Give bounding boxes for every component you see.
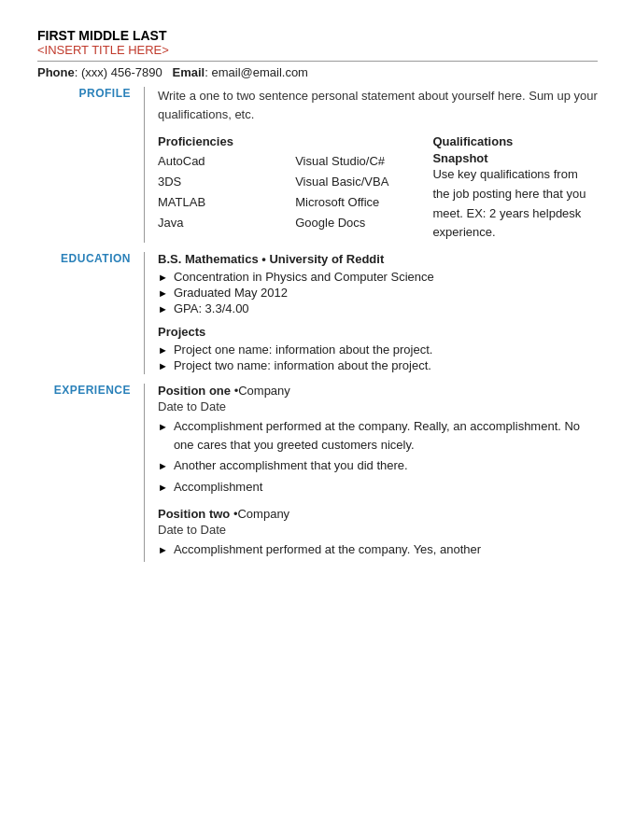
profile-intro-text: Write a one to two sentence personal sta…: [158, 87, 598, 123]
proficiencies-col2: Visual Studio/C# Visual Basic/VBA Micros…: [295, 134, 432, 243]
position-two-title: Position two •Company: [158, 507, 598, 521]
prof-item: MATLAB: [158, 192, 295, 213]
edu-bullet-text: Concentration in Physics and Computer Sc…: [174, 270, 434, 284]
prof-item: Google Docs: [295, 213, 432, 233]
bullet-arrow-icon: ►: [158, 542, 168, 558]
degree-line: B.S. Mathematics • University of Reddit: [158, 252, 598, 266]
position-company: Company: [237, 507, 289, 521]
prof-item: Java: [158, 213, 295, 233]
university-name: University of Reddit: [269, 252, 384, 266]
phone-number: (xxx) 456-7890: [81, 65, 162, 79]
profile-section: PROFILE Write a one to two sentence pers…: [37, 87, 598, 243]
profile-content: Write a one to two sentence personal sta…: [145, 87, 598, 243]
bullet-arrow-icon: ►: [158, 344, 168, 356]
position-one-title: Position one •Company: [158, 384, 598, 398]
project-bullet-2: ► Project two name: information about th…: [158, 358, 598, 372]
qualifications-col: Qualifications Snapshot Use key qualific…: [432, 134, 598, 243]
edu-bullet-2: ► Graduated May 2012: [158, 286, 598, 300]
exp-bullet-text: Accomplishment performed at the company.…: [174, 417, 598, 454]
snapshot-label: Snapshot: [432, 151, 598, 165]
experience-content: Position one •Company Date to Date ► Acc…: [145, 384, 598, 562]
exp-bullet-3: ► Accomplishment: [158, 478, 598, 497]
edu-bullet-text: Graduated May 2012: [174, 286, 288, 300]
bullet-arrow-icon: ►: [158, 419, 168, 435]
exp-bullet-1: ► Accomplishment performed at the compan…: [158, 417, 598, 454]
degree-title: B.S. Mathematics: [158, 252, 259, 266]
email-address: email@email.com: [211, 65, 308, 79]
profile-label: PROFILE: [37, 87, 145, 243]
projects-header: Projects: [158, 325, 598, 339]
position-two: Position two •Company Date to Date ► Acc…: [158, 507, 598, 559]
bullet-arrow-icon: ►: [158, 303, 168, 315]
position-title: Position two: [158, 507, 230, 521]
exp-bullet-text: Accomplishment performed at the company.…: [174, 540, 481, 559]
phone-label: Phone: [37, 65, 75, 79]
bullet-arrow-icon: ►: [158, 272, 168, 283]
resume-header: FIRST MIDDLE LAST <INSERT TITLE HERE> Ph…: [37, 28, 598, 79]
exp-bullet-text: Accomplishment: [174, 478, 262, 497]
bullet-arrow-icon: ►: [158, 360, 168, 371]
job-title: <INSERT TITLE HERE>: [37, 43, 598, 57]
edu-bullet-text: GPA: 3.3/4.00: [174, 301, 249, 315]
project-bullet-1: ► Project one name: information about th…: [158, 343, 598, 357]
prof-item: Visual Basic/VBA: [295, 172, 432, 192]
bullet-arrow-icon: ►: [158, 287, 168, 299]
prof-item: Microsoft Office: [295, 192, 432, 213]
snapshot-text: Use key qualifications from the job post…: [432, 165, 598, 243]
prof-item: AutoCad: [158, 151, 295, 172]
proficiencies-header: Proficiencies: [158, 134, 295, 148]
edu-bullet-3: ► GPA: 3.3/4.00: [158, 301, 598, 315]
proficiencies-col2-spacer: [295, 134, 432, 148]
experience-label: EXPERIENCE: [37, 384, 145, 562]
position-one-dates: Date to Date: [158, 399, 598, 413]
bullet-arrow-icon: ►: [158, 458, 168, 474]
position-company: Company: [238, 384, 290, 398]
prof-item: 3DS: [158, 172, 295, 192]
full-name: FIRST MIDDLE LAST: [37, 28, 598, 43]
edu-bullet-1: ► Concentration in Physics and Computer …: [158, 270, 598, 284]
prof-item: Visual Studio/C#: [295, 151, 432, 172]
contact-info: Phone: (xxx) 456-7890 Email: email@email…: [37, 61, 598, 79]
proficiencies-col1: Proficiencies AutoCad 3DS MATLAB Java: [158, 134, 295, 243]
exp-bullet-pos2-1: ► Accomplishment performed at the compan…: [158, 540, 598, 559]
project-text: Project two name: information about the …: [174, 358, 431, 372]
qualifications-header: Qualifications: [432, 134, 598, 148]
project-text: Project one name: information about the …: [174, 343, 433, 357]
exp-bullet-text: Another accomplishment that you did ther…: [174, 456, 408, 475]
exp-bullet-2: ► Another accomplishment that you did th…: [158, 456, 598, 475]
proficiencies-row: Proficiencies AutoCad 3DS MATLAB Java Vi…: [158, 134, 598, 243]
experience-section: EXPERIENCE Position one •Company Date to…: [37, 384, 598, 562]
position-two-dates: Date to Date: [158, 523, 598, 537]
education-section: EDUCATION B.S. Mathematics • University …: [37, 252, 598, 374]
position-title: Position one: [158, 384, 231, 398]
email-label: Email: [173, 65, 205, 79]
education-label: EDUCATION: [37, 252, 145, 374]
education-content: B.S. Mathematics • University of Reddit …: [145, 252, 598, 374]
bullet-arrow-icon: ►: [158, 480, 168, 496]
